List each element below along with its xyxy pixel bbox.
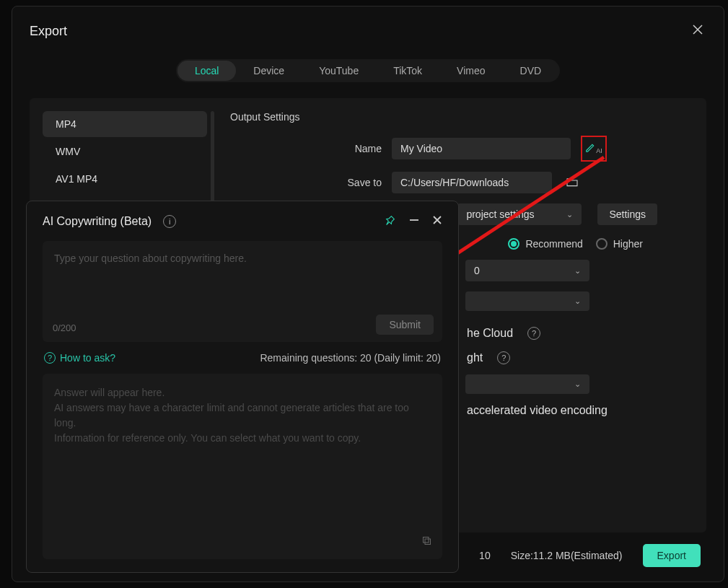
tab-vimeo[interactable]: Vimeo — [439, 61, 502, 81]
minimize-icon[interactable] — [409, 215, 419, 227]
footer-num: 10 — [479, 550, 491, 561]
preset-dropdown[interactable]: project settings ⌄ — [457, 203, 582, 225]
ai-answer-area: Answer will appear here. AI answers may … — [43, 374, 442, 559]
tabs-row: Local Device YouTube TikTok Vimeo DVD — [30, 59, 706, 82]
quality-higher[interactable]: Higher — [596, 238, 643, 250]
how-to-ask-link[interactable]: ? How to ask? — [44, 352, 115, 364]
tab-dvd[interactable]: DVD — [503, 61, 559, 81]
folder-icon[interactable] — [559, 177, 585, 189]
dialog-header: Export — [30, 21, 706, 42]
ai-copywriting-panel: AI Copywriting (Beta) i Type your questi… — [26, 201, 459, 573]
quality-radio-group: Recommend Higher — [508, 238, 643, 250]
ght-text-partial: ght — [467, 351, 483, 364]
saveto-input[interactable] — [392, 172, 552, 193]
format-wmv[interactable]: WMV — [43, 139, 207, 164]
dropdown-1[interactable]: 0 ⌄ — [465, 260, 589, 281]
answer-placeholder-line: Information for reference only. You can … — [54, 431, 431, 446]
dropdown-2[interactable]: ⌄ — [465, 291, 589, 311]
encoding-text-partial: accelerated video encoding — [467, 404, 608, 417]
radio-icon — [596, 238, 608, 250]
preset-value: project settings — [466, 209, 534, 220]
info-icon[interactable]: ? — [527, 327, 540, 340]
export-target-tabs: Local Device YouTube TikTok Vimeo DVD — [176, 59, 560, 82]
info-icon[interactable]: i — [163, 215, 176, 228]
svg-rect-2 — [425, 539, 431, 545]
ai-prompt-input[interactable]: Type your question about copywriting her… — [43, 241, 442, 342]
tab-youtube[interactable]: YouTube — [302, 61, 376, 81]
char-count: 0/200 — [53, 322, 76, 333]
answer-placeholder-line: Answer will appear here. — [54, 385, 431, 400]
remaining-questions: Remaining questions: 20 (Daily limit: 20… — [260, 352, 441, 364]
name-label: Name — [230, 143, 382, 154]
submit-button[interactable]: Submit — [376, 315, 434, 335]
ai-panel-title: AI Copywriting (Beta) — [43, 215, 152, 228]
tab-local[interactable]: Local — [177, 61, 236, 81]
ai-copywriting-icon[interactable]: AI — [581, 136, 607, 162]
prompt-placeholder: Type your question about copywriting her… — [54, 253, 431, 264]
format-av1mp4[interactable]: AV1 MP4 — [43, 166, 207, 192]
output-settings-title: Output Settings — [230, 111, 685, 123]
chevron-down-icon: ⌄ — [574, 379, 581, 389]
close-icon[interactable] — [432, 215, 442, 227]
chevron-down-icon: ⌄ — [574, 297, 581, 306]
tab-device[interactable]: Device — [236, 61, 302, 81]
export-button[interactable]: Export — [643, 544, 701, 567]
quality-recommend[interactable]: Recommend — [508, 238, 582, 250]
chevron-down-icon: ⌄ — [566, 210, 573, 219]
chevron-down-icon: ⌄ — [574, 266, 581, 276]
dialog-title: Export — [30, 24, 67, 39]
svg-rect-3 — [424, 537, 429, 543]
pin-icon[interactable] — [385, 214, 396, 228]
footer-size: Size:11.2 MB(Estimated) — [511, 550, 623, 561]
answer-placeholder-line: AI answers may have a character limit an… — [54, 400, 431, 431]
info-icon[interactable]: ? — [497, 351, 510, 364]
cloud-text-partial: he Cloud — [467, 327, 513, 340]
close-icon[interactable] — [689, 21, 706, 42]
ai-panel-header: AI Copywriting (Beta) i — [43, 214, 442, 228]
question-icon: ? — [44, 352, 56, 364]
name-input[interactable] — [392, 138, 571, 159]
dropdown-3[interactable]: ⌄ — [465, 374, 589, 394]
tab-tiktok[interactable]: TikTok — [376, 61, 439, 81]
settings-button[interactable]: Settings — [597, 203, 657, 225]
copy-icon[interactable] — [421, 535, 432, 551]
radio-selected-icon — [508, 238, 519, 250]
saveto-label: Save to — [230, 177, 382, 188]
format-mp4[interactable]: MP4 — [43, 111, 207, 137]
